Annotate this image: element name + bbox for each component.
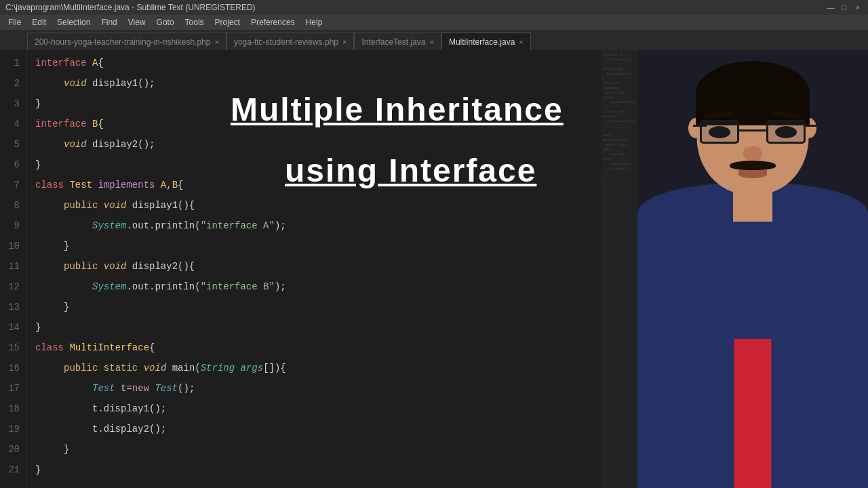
maximize-button[interactable]: □ — [840, 3, 849, 12]
code-line-15: class MultiInterface{ — [35, 338, 629, 358]
code-line-16: public static void main(String args[]){ — [35, 358, 629, 378]
title-bar-controls[interactable]: — □ × — [826, 3, 863, 12]
person-area — [637, 50, 868, 488]
menu-selection[interactable]: Selection — [52, 16, 96, 28]
code-line-9: System.out.println("interface A"); — [35, 216, 629, 236]
code-line-2: void display1(); — [35, 73, 629, 94]
code-line-10: } — [35, 236, 629, 256]
menu-tools[interactable]: Tools — [180, 16, 210, 28]
code-line-13: } — [35, 297, 629, 317]
menu-goto[interactable]: Goto — [151, 16, 180, 28]
tab-label-php-yoga-teacher: 200-hours-yoga-teacher-training-in-rishi… — [35, 37, 210, 47]
code-line-17: Test t=new Test(); — [35, 378, 629, 399]
tab-multi-interface[interactable]: MultiInterface.java × — [441, 33, 531, 50]
close-button[interactable]: × — [853, 3, 863, 12]
menu-edit[interactable]: Edit — [26, 16, 52, 28]
tab-close-multi-interface[interactable]: × — [519, 38, 523, 46]
glasses-arm-right — [806, 125, 819, 127]
tab-label-php-yoga-reviews: yoga-ttc-student-reviews.php — [234, 37, 338, 47]
tab-interface-test[interactable]: InterfaceTest.java × — [354, 33, 441, 50]
tab-php-yoga-teacher[interactable]: 200-hours-yoga-teacher-training-in-rishi… — [27, 33, 226, 50]
title-bar-left: C:\javaprogram\MultiInterface.java - Sub… — [5, 3, 256, 12]
nose — [743, 146, 762, 161]
tab-php-yoga-reviews[interactable]: yoga-ttc-student-reviews.php × — [226, 33, 355, 50]
code-line-21: } — [35, 460, 629, 480]
code-content[interactable]: interface A{ void display1(); } interfac… — [27, 50, 637, 488]
code-editor[interactable]: 12345 678910 1112131415 1617181920 21 in… — [0, 50, 637, 488]
code-line-7: class Test implements A,B{ — [35, 175, 629, 195]
code-line-19: t.display2(); — [35, 419, 629, 439]
code-line-12: System.out.println("interface B"); — [35, 277, 629, 297]
code-line-4: interface B{ — [35, 114, 629, 134]
code-lines: 12345 678910 1112131415 1617181920 21 in… — [0, 50, 637, 488]
menu-help[interactable]: Help — [300, 16, 328, 28]
menu-file[interactable]: File — [3, 16, 26, 28]
code-line-20: } — [35, 439, 629, 460]
eye-left — [709, 126, 730, 138]
title-bar: C:\javaprogram\MultiInterface.java - Sub… — [0, 0, 868, 15]
tab-close-php-yoga-reviews[interactable]: × — [342, 38, 347, 46]
code-line-5: void display2(); — [35, 134, 629, 155]
jacket-inner — [734, 339, 772, 488]
code-line-6: } — [35, 155, 629, 175]
mouth — [738, 170, 767, 178]
person-figure — [637, 50, 868, 488]
minimize-button[interactable]: — — [826, 3, 835, 12]
code-line-14: } — [35, 317, 629, 338]
tab-close-php-yoga-teacher[interactable]: × — [214, 38, 218, 46]
code-line-8: public void display1(){ — [35, 195, 629, 216]
code-line-11: public void display2(){ — [35, 256, 629, 277]
tab-label-multi-interface: MultiInterface.java — [449, 37, 515, 47]
menu-project[interactable]: Project — [210, 16, 245, 28]
menu-view[interactable]: View — [123, 16, 151, 28]
chin — [726, 180, 780, 194]
line-numbers: 12345 678910 1112131415 1617181920 21 — [0, 50, 27, 488]
menu-bar: File Edit Selection Find View Goto Tools… — [0, 15, 868, 30]
mustache — [730, 161, 776, 170]
tab-close-interface-test[interactable]: × — [429, 38, 433, 46]
main-content: 12345 678910 1112131415 1617181920 21 in… — [0, 50, 868, 488]
tab-bar: ◀ ▶ 200-hours-yoga-teacher-training-in-r… — [0, 30, 868, 50]
title-bar-text: C:\javaprogram\MultiInterface.java - Sub… — [5, 3, 256, 12]
menu-preferences[interactable]: Preferences — [245, 16, 300, 28]
tab-label-interface-test: InterfaceTest.java — [361, 37, 425, 47]
code-line-1: interface A{ — [35, 53, 629, 73]
code-line-3: } — [35, 94, 629, 114]
glasses-arm-left — [693, 125, 707, 127]
code-line-18: t.display1(); — [35, 399, 629, 419]
eye-right — [775, 126, 797, 138]
glasses-bridge — [739, 129, 766, 133]
menu-find[interactable]: Find — [96, 16, 122, 28]
minimap[interactable]: interface A{ void display1();}interface … — [600, 50, 637, 488]
